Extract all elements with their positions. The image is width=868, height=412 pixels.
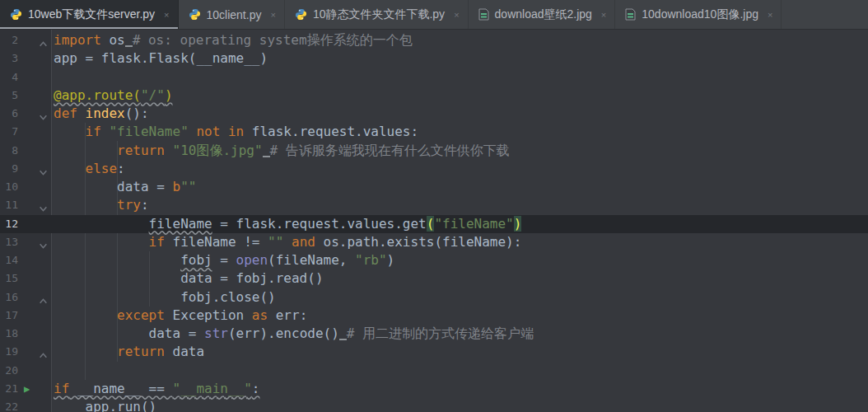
code-token bbox=[101, 124, 110, 139]
tab-label: 10download10图像.jpg bbox=[642, 7, 758, 22]
code-token: "" bbox=[180, 179, 196, 194]
tab-close-icon[interactable]: × bbox=[270, 10, 275, 20]
code-line: 2import os # os: operating system操作系统的一个… bbox=[0, 31, 868, 49]
code-token: except bbox=[117, 307, 165, 323]
code-line: 3app = flask.Flask(__name__) bbox=[0, 49, 868, 68]
code-line: 16 fobj.close() bbox=[0, 288, 868, 307]
code-line: 14 fobj = open(fileName, "rb") bbox=[0, 251, 868, 269]
code-token: return bbox=[117, 143, 165, 158]
tab-label: 10静态文件夹文件下载.py bbox=[313, 7, 445, 22]
code-line: 22 app.run() bbox=[0, 398, 868, 412]
code-lines: 2import os # os: operating system操作系统的一个… bbox=[0, 31, 868, 412]
python-icon bbox=[10, 8, 22, 21]
tab-label: 10client.py bbox=[207, 8, 262, 21]
code-text: data = fobj.read() bbox=[54, 269, 324, 288]
code-token bbox=[263, 144, 270, 157]
code-token: : bbox=[141, 197, 149, 213]
code-line: 20 bbox=[0, 362, 868, 380]
code-token: fobj bbox=[180, 252, 212, 268]
code-token: data = fobj.read() bbox=[54, 270, 324, 286]
code-text: except Exception as err: bbox=[54, 307, 307, 325]
code-token: os bbox=[101, 32, 125, 48]
editor-tab[interactable]: 10client.py× bbox=[179, 0, 285, 29]
code-token: and bbox=[292, 234, 315, 250]
code-line: 6def index(): bbox=[0, 105, 868, 123]
code-token: fileName bbox=[149, 216, 212, 232]
line-number: 3 bbox=[0, 49, 18, 68]
code-token bbox=[54, 216, 149, 232]
code-token: fobj.close() bbox=[54, 289, 276, 305]
code-token bbox=[54, 124, 86, 139]
line-number: 2 bbox=[0, 31, 18, 49]
code-token: "fileName" bbox=[109, 124, 188, 139]
editor-tab[interactable]: 10静态文件夹文件下载.py× bbox=[285, 0, 469, 29]
editor-tab[interactable]: download壁纸2.jpg× bbox=[469, 0, 616, 29]
tab-close-icon[interactable]: × bbox=[601, 10, 606, 20]
code-token: ) bbox=[387, 252, 395, 268]
code-token: as bbox=[252, 307, 268, 323]
code-token bbox=[54, 307, 117, 323]
code-token bbox=[77, 105, 86, 121]
code-token: str bbox=[204, 325, 228, 341]
code-token: index bbox=[86, 105, 125, 121]
code-token: app.run() bbox=[54, 399, 156, 412]
code-token: not in bbox=[196, 124, 244, 139]
code-line: 17 except Exception as err: bbox=[0, 307, 868, 325]
line-number: 4 bbox=[0, 68, 18, 87]
tab-label: 10web下载文件server.py bbox=[28, 7, 155, 22]
code-token: = bbox=[212, 252, 236, 268]
code-token: "rb" bbox=[355, 252, 387, 268]
code-text: import os # os: operating system操作系统的一个包 bbox=[54, 31, 413, 49]
python-icon bbox=[189, 8, 201, 21]
code-token: ( bbox=[427, 216, 435, 232]
code-token: app = flask.Flask(__name__) bbox=[54, 50, 268, 66]
editor-tab[interactable]: 10download10图像.jpg× bbox=[615, 0, 782, 29]
code-text: app = flask.Flask(__name__) bbox=[54, 49, 268, 68]
code-token: open bbox=[236, 252, 268, 268]
code-text: def index(): bbox=[54, 105, 149, 123]
code-token: flask.request.values: bbox=[244, 124, 418, 139]
code-line: 13 if fileName != "" and os.path.exists(… bbox=[0, 233, 868, 251]
line-number: 21 bbox=[0, 380, 18, 398]
line-number: 22 bbox=[0, 398, 18, 412]
code-token: __name__ == bbox=[69, 381, 172, 396]
code-line: 11 try: bbox=[0, 196, 868, 214]
code-text: if "fileName" not in flask.request.value… bbox=[54, 123, 418, 141]
code-token bbox=[339, 327, 347, 340]
code-token: "/" bbox=[141, 87, 165, 103]
code-token: return bbox=[117, 344, 165, 359]
line-number: 13 bbox=[0, 233, 18, 251]
line-number: 12 bbox=[0, 215, 18, 233]
code-token: data bbox=[165, 344, 204, 359]
editor-tab[interactable]: 10web下载文件server.py× bbox=[0, 0, 179, 29]
code-token: "" bbox=[268, 234, 283, 250]
code-token bbox=[283, 234, 292, 250]
code-text: try: bbox=[54, 196, 149, 214]
line-number: 6 bbox=[0, 105, 18, 123]
line-number: 20 bbox=[0, 362, 18, 380]
code-text: if __name__ == "__main__": bbox=[54, 380, 259, 398]
code-token: b bbox=[173, 179, 181, 194]
pycharm-window: 10web下载文件server.py×10client.py×10静态文件夹文件… bbox=[0, 0, 868, 412]
code-text: data = b"" bbox=[54, 178, 196, 196]
code-text: @app.route("/") bbox=[54, 87, 173, 105]
run-button[interactable]: ▶ bbox=[24, 380, 30, 398]
code-token: : bbox=[252, 381, 260, 396]
code-token: (fileName, bbox=[268, 252, 355, 268]
tab-close-icon[interactable]: × bbox=[768, 10, 772, 20]
code-token: "10图像.jpg" bbox=[173, 143, 263, 158]
code-token: = flask.request.values.get bbox=[212, 216, 427, 232]
tab-close-icon[interactable]: × bbox=[164, 10, 169, 20]
code-token: try bbox=[117, 197, 141, 213]
tab-close-icon[interactable]: × bbox=[454, 10, 459, 20]
code-token: if bbox=[86, 124, 101, 139]
code-line: 5@app.route("/") bbox=[0, 87, 868, 105]
line-number: 19 bbox=[0, 343, 18, 361]
tab-label: download壁纸2.jpg bbox=[495, 7, 592, 22]
code-text: fileName = flask.request.values.get("fil… bbox=[54, 215, 521, 233]
code-token bbox=[54, 234, 149, 250]
code-line: 12 fileName = flask.request.values.get("… bbox=[0, 215, 868, 233]
code-line: 21▶if __name__ == "__main__": bbox=[0, 380, 868, 398]
code-token bbox=[165, 143, 173, 158]
code-editor[interactable]: 2import os # os: operating system操作系统的一个… bbox=[0, 30, 868, 412]
